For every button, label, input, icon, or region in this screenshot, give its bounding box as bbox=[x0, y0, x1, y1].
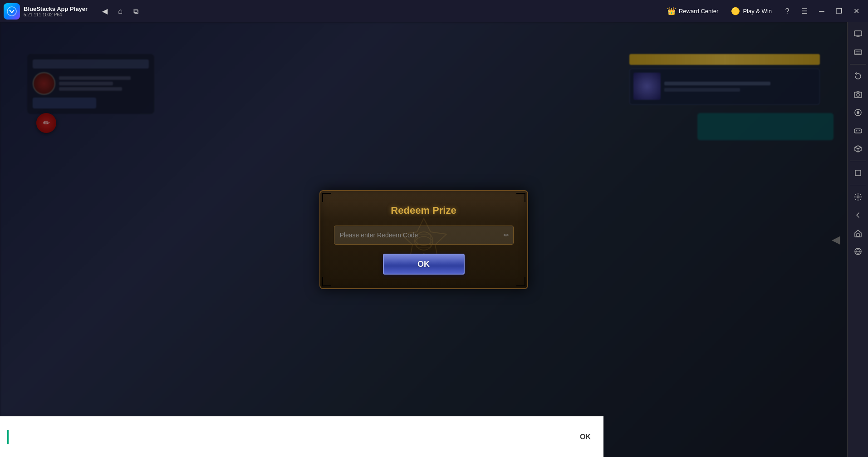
home-button[interactable]: ⌂ bbox=[114, 5, 127, 18]
close-button[interactable]: ✕ bbox=[848, 3, 864, 20]
text-cursor bbox=[7, 430, 9, 444]
app-title: BlueStacks App Player 5.21.111.1002 P64 bbox=[24, 5, 88, 17]
package-icon[interactable] bbox=[850, 141, 866, 157]
coin-icon: 🟡 bbox=[731, 7, 740, 15]
square-stop-icon[interactable] bbox=[850, 165, 866, 181]
home-icon[interactable] bbox=[850, 225, 866, 241]
modal-input-wrap: ✏ bbox=[334, 226, 514, 245]
svg-rect-11 bbox=[857, 234, 859, 236]
svg-point-10 bbox=[857, 196, 859, 198]
redeem-modal: Redeem Prize ✏ OK bbox=[319, 190, 528, 289]
svg-rect-4 bbox=[854, 92, 862, 98]
window-controls: ? ☰ ─ ❐ ✕ bbox=[779, 3, 864, 20]
title-bar-left: BlueStacks App Player 5.21.111.1002 P64 … bbox=[0, 3, 142, 20]
arrow-back-icon[interactable] bbox=[850, 207, 866, 223]
nav-buttons: ◀ ⌂ ⧉ bbox=[98, 5, 142, 18]
sidebar-divider-1 bbox=[850, 64, 866, 64]
title-bar-right: 👑 Reward Center 🟡 Play & Win ? ☰ ─ ❐ ✕ bbox=[662, 0, 868, 22]
screenshot-icon[interactable] bbox=[850, 86, 866, 103]
modal-corner-tl bbox=[322, 193, 331, 202]
redeem-ok-button[interactable]: OK bbox=[383, 254, 465, 275]
menu-button[interactable]: ☰ bbox=[796, 3, 813, 20]
svg-rect-2 bbox=[854, 31, 862, 36]
app-logo bbox=[4, 3, 20, 20]
modal-corner-br bbox=[516, 277, 525, 286]
svg-point-5 bbox=[857, 93, 859, 96]
back-button[interactable]: ◀ bbox=[98, 5, 111, 18]
keyboard-icon[interactable] bbox=[850, 44, 866, 60]
app-name: BlueStacks App Player bbox=[24, 5, 88, 12]
modal-corner-bl bbox=[322, 277, 331, 286]
app-version: 5.21.111.1002 P64 bbox=[24, 12, 88, 17]
play-win-label: Play & Win bbox=[743, 8, 772, 15]
record-icon[interactable] bbox=[850, 104, 866, 121]
gamepad-icon[interactable] bbox=[850, 123, 866, 139]
bottom-input-text[interactable] bbox=[12, 433, 574, 441]
sidebar-divider-3 bbox=[850, 185, 866, 185]
help-button[interactable]: ? bbox=[779, 3, 795, 20]
svg-rect-3 bbox=[854, 50, 862, 54]
modal-corner-tr bbox=[516, 193, 525, 202]
game-area: ✏ ◀ bbox=[0, 22, 847, 457]
display-icon[interactable] bbox=[850, 26, 866, 42]
sidebar-divider-2 bbox=[850, 161, 866, 161]
globe-icon[interactable] bbox=[850, 243, 866, 260]
svg-rect-9 bbox=[855, 170, 861, 176]
edit-icon: ✏ bbox=[504, 231, 509, 239]
bottom-input-bar: OK bbox=[0, 416, 603, 457]
play-win-button[interactable]: 🟡 Play & Win bbox=[726, 5, 777, 17]
maximize-button[interactable]: ❐ bbox=[831, 3, 847, 20]
right-sidebar bbox=[847, 22, 868, 457]
refresh-icon[interactable] bbox=[850, 68, 866, 84]
bottom-ok-button[interactable]: OK bbox=[574, 429, 596, 445]
svg-rect-8 bbox=[854, 129, 862, 133]
minimize-button[interactable]: ─ bbox=[814, 3, 830, 20]
title-bar: BlueStacks App Player 5.21.111.1002 P64 … bbox=[0, 0, 868, 22]
multi-window-button[interactable]: ⧉ bbox=[129, 5, 142, 18]
reward-center-button[interactable]: 👑 Reward Center bbox=[662, 5, 724, 17]
svg-point-7 bbox=[857, 111, 859, 114]
reward-center-label: Reward Center bbox=[679, 8, 718, 15]
svg-point-0 bbox=[7, 7, 16, 16]
crown-icon: 👑 bbox=[667, 7, 676, 15]
redeem-code-input[interactable] bbox=[334, 226, 514, 245]
settings-icon[interactable] bbox=[850, 189, 866, 205]
modal-overlay: Redeem Prize ✏ OK bbox=[0, 22, 847, 457]
